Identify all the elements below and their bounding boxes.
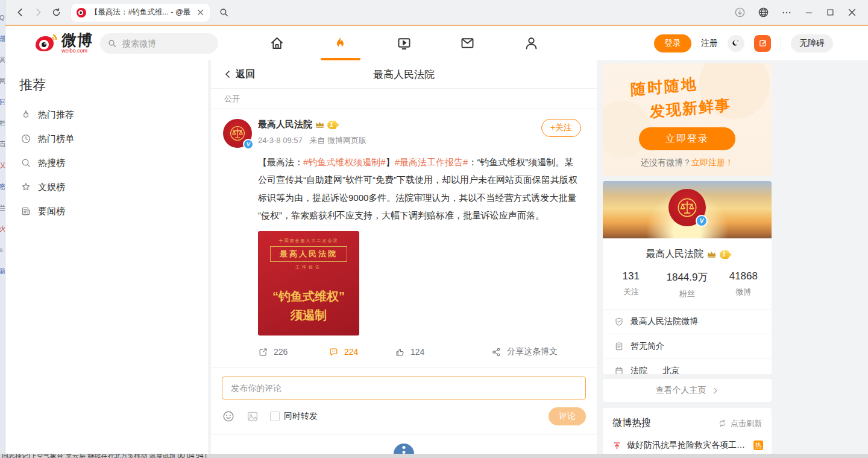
comment-submit-button[interactable]: 评论 xyxy=(549,407,586,425)
login-now-button[interactable]: 立即登录 xyxy=(639,127,735,150)
browser-forward-button[interactable] xyxy=(29,4,47,22)
comment-composer[interactable] xyxy=(222,377,586,399)
verification-text: 最高人民法院微博 xyxy=(631,316,698,327)
comment-input[interactable] xyxy=(230,383,578,393)
like-button[interactable]: 124 xyxy=(395,347,491,357)
browser-search-button[interactable] xyxy=(215,4,233,22)
active-tab-underline xyxy=(321,58,360,60)
view-profile-label: 查看个人主页 xyxy=(656,385,706,396)
sidebar-item-hot-search[interactable]: 热搜榜 xyxy=(5,151,208,175)
left-sidebar: 推荐 热门推荐 热门榜单 热搜榜 文娱榜 要闻榜 xyxy=(5,60,208,454)
author-name[interactable]: 最高人民法院 xyxy=(258,119,312,130)
nav-messages[interactable] xyxy=(454,26,481,60)
mail-icon xyxy=(459,35,476,51)
browser-refresh-button[interactable] xyxy=(47,4,65,22)
loading-indicator xyxy=(394,444,414,454)
document-icon xyxy=(614,342,624,351)
hashtag-link[interactable]: #最高法工作报告# xyxy=(395,157,468,167)
sidebar-item-label: 要闻榜 xyxy=(38,206,65,217)
comment-button[interactable]: 224 xyxy=(329,347,395,357)
window-close-icon[interactable] xyxy=(847,7,857,17)
post-image[interactable]: 十四届全国人大二次会议 最高人民法院 工作报告 “钓鱼式维权” 须遏制 xyxy=(258,231,359,336)
globe-icon[interactable] xyxy=(758,7,769,18)
browser-back-button[interactable] xyxy=(11,4,29,22)
maximize-icon[interactable] xyxy=(826,8,835,17)
stat-followers[interactable]: 1844.9万 粉丝 xyxy=(659,270,715,299)
sidebar-item-entertainment[interactable]: 文娱榜 xyxy=(5,175,208,199)
post-actions: 226 224 124 分享这条博文 xyxy=(258,346,581,367)
sidebar-item-hot-recommend[interactable]: 热门推荐 xyxy=(5,103,208,127)
dark-mode-button[interactable] xyxy=(728,35,744,52)
chevron-left-icon xyxy=(223,69,233,79)
minimize-icon[interactable] xyxy=(804,8,814,17)
accessibility-button[interactable]: 无障碍 xyxy=(791,34,833,52)
search-icon xyxy=(20,157,31,168)
nav-profile[interactable] xyxy=(518,26,544,60)
tab-close-icon[interactable] xyxy=(197,8,204,16)
stat-following[interactable]: 131 关注 xyxy=(603,270,659,299)
hot-search-refresh[interactable]: 点击刷新 xyxy=(718,418,762,429)
post-source[interactable]: 来自 微博网页版 xyxy=(309,136,366,145)
clock-icon xyxy=(20,133,31,144)
like-count: 124 xyxy=(410,347,424,357)
flame-icon xyxy=(332,35,348,51)
login-button[interactable]: 登录 xyxy=(654,34,691,52)
weibo-favicon-icon xyxy=(77,8,86,17)
emoji-icon[interactable] xyxy=(222,410,235,423)
profile-verification-row: 最高人民法院微博 xyxy=(603,310,772,334)
divider xyxy=(211,367,597,367)
weibo-logo[interactable]: 微博 weibo.com xyxy=(34,31,93,54)
more-menu-icon[interactable] xyxy=(781,7,792,18)
register-now-link[interactable]: 立即注册！ xyxy=(691,157,734,167)
divider xyxy=(211,434,597,435)
edge-char: 百 xyxy=(0,141,5,148)
visibility-label: 公开 xyxy=(211,89,597,109)
back-button[interactable]: 返回 xyxy=(223,68,255,81)
logo-domain: weibo.com xyxy=(61,48,93,54)
sidebar-item-hot-ranking[interactable]: 热门榜单 xyxy=(5,127,208,151)
nav-video[interactable] xyxy=(391,26,417,60)
register-link[interactable]: 注册 xyxy=(701,38,718,49)
hot-search-item[interactable]: 做好防汛抗旱抢险救灾各项工… 热 xyxy=(603,440,772,451)
sidebar-item-label: 热搜榜 xyxy=(38,157,65,169)
profile-name[interactable]: 最高人民法院 xyxy=(646,248,703,261)
stat-posts[interactable]: 41868 微博 xyxy=(715,270,772,299)
nav-home[interactable] xyxy=(263,26,290,60)
share-button[interactable]: 分享这条博文 xyxy=(491,346,581,357)
edge-char: 最 xyxy=(0,36,5,42)
author-avatar[interactable]: V xyxy=(223,119,252,148)
image-subtitle: 工作报告 xyxy=(258,264,359,270)
location-text: 北京 xyxy=(662,366,679,374)
post-text-part: 】 xyxy=(386,157,395,167)
promo-slogan-line2: 发现新鲜事 xyxy=(650,95,732,122)
header-search[interactable] xyxy=(100,33,218,54)
clipped-background-text: 同志择记]上空气象台“苹云层”继续存在北方多移动 温度试题 00 04 94 [ xyxy=(2,454,207,458)
weibo-eye-icon xyxy=(34,31,58,54)
search-input[interactable] xyxy=(121,38,208,49)
verified-badge: V xyxy=(243,139,254,150)
follow-button[interactable]: +关注 xyxy=(541,119,581,137)
page-title: 最高人民法院 xyxy=(211,68,597,81)
image-upload-icon[interactable] xyxy=(246,410,259,423)
refresh-icon xyxy=(718,419,727,428)
view-profile-button[interactable]: 查看个人主页 xyxy=(603,379,772,402)
stat-value: 41868 xyxy=(715,270,772,282)
browser-tab[interactable]: 【最高法：#钓鱼式维... - @最 xyxy=(71,4,210,22)
post-time: 24-3-8 09:57 xyxy=(258,136,303,145)
repost-button[interactable]: 226 xyxy=(258,347,329,357)
sidebar-title: 推荐 xyxy=(19,76,208,94)
edge-char: 回 xyxy=(0,99,5,106)
shield-verified-icon xyxy=(614,317,624,326)
checkbox-icon[interactable] xyxy=(270,412,280,421)
edge-char: 新 xyxy=(0,268,5,275)
download-icon[interactable] xyxy=(734,7,746,18)
hashtag-link[interactable]: #钓鱼式维权须遏制# xyxy=(303,157,386,167)
star-icon xyxy=(20,182,31,192)
repost-also-checkbox[interactable]: 同时转发 xyxy=(270,411,318,422)
sidebar-item-news[interactable]: 要闻榜 xyxy=(5,199,208,223)
nav-hot[interactable] xyxy=(327,26,354,60)
news-icon xyxy=(20,206,31,217)
repost-count: 226 xyxy=(274,347,288,357)
compose-button[interactable] xyxy=(754,35,771,52)
tab-title: 【最高法：#钓鱼式维... - @最 xyxy=(90,7,192,17)
